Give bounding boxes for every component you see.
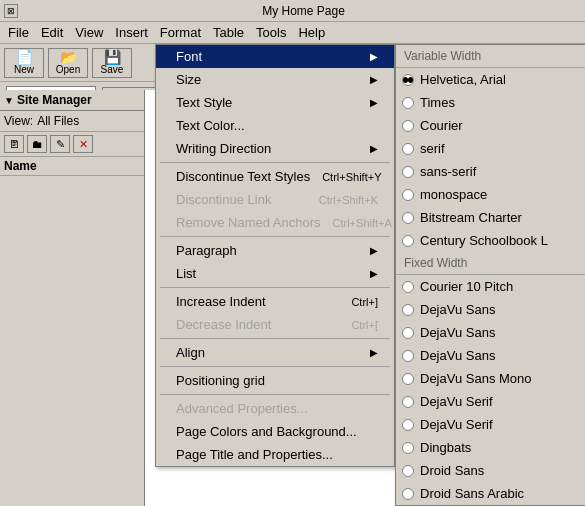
advanced-props-label: Advanced Properties... bbox=[176, 401, 308, 416]
font-dejavu-sans-2-label: DejaVu Sans bbox=[420, 325, 495, 340]
menu-tools[interactable]: Tools bbox=[250, 23, 292, 42]
font-radio-courier bbox=[402, 120, 414, 132]
format-disc-link[interactable]: Discontinue Link Ctrl+Shift+K bbox=[156, 188, 394, 211]
font-radio-dejavu-serif2 bbox=[402, 419, 414, 431]
font-bitstream[interactable]: Bitstream Charter bbox=[396, 206, 585, 229]
site-manager-panel: ▼ Site Manager View: All Files 🖹 🖿 ✎ ✕ N… bbox=[0, 90, 145, 506]
separator-5 bbox=[160, 366, 390, 367]
font-dejavu-sans-mono[interactable]: DejaVu Sans Mono bbox=[396, 367, 585, 390]
format-paragraph[interactable]: Paragraph ▶ bbox=[156, 239, 394, 262]
format-text-style[interactable]: Text Style ▶ bbox=[156, 91, 394, 114]
font-radio-serif bbox=[402, 143, 414, 155]
font-dejavu-sans-1[interactable]: DejaVu Sans bbox=[396, 298, 585, 321]
font-dingbats[interactable]: Dingbats bbox=[396, 436, 585, 459]
sm-icon-folder[interactable]: 🖿 bbox=[27, 135, 47, 153]
font-radio-droid-sans bbox=[402, 465, 414, 477]
sm-icon-edit[interactable]: ✎ bbox=[50, 135, 70, 153]
format-advanced-props[interactable]: Advanced Properties... bbox=[156, 397, 394, 420]
font-dejavu-sans-2[interactable]: DejaVu Sans bbox=[396, 321, 585, 344]
menu-bar: File Edit View Insert Format Table Tools… bbox=[0, 22, 585, 44]
font-radio-helvetica bbox=[402, 74, 414, 86]
font-monospace[interactable]: monospace bbox=[396, 183, 585, 206]
format-remove-anchors[interactable]: Remove Named Anchors Ctrl+Shift+A bbox=[156, 211, 394, 234]
save-icon: 💾 bbox=[104, 50, 121, 64]
format-list[interactable]: List ▶ bbox=[156, 262, 394, 285]
font-radio-century bbox=[402, 235, 414, 247]
format-disc-text-styles[interactable]: Discontinue Text Styles Ctrl+Shift+Y bbox=[156, 165, 394, 188]
disc-link-shortcut: Ctrl+Shift+K bbox=[319, 194, 378, 206]
site-manager-toolbar: 🖹 🖿 ✎ ✕ bbox=[0, 132, 144, 157]
font-radio-times bbox=[402, 97, 414, 109]
font-helvetica[interactable]: Helvetica, Arial bbox=[396, 68, 585, 91]
font-arrow-icon: ▶ bbox=[370, 51, 378, 62]
site-manager-title: ▼ Site Manager bbox=[0, 90, 144, 111]
menu-table[interactable]: Table bbox=[207, 23, 250, 42]
title-bar-controls: ⊠ bbox=[4, 4, 18, 18]
font-radio-dejavu-mono bbox=[402, 373, 414, 385]
font-radio-sans-serif bbox=[402, 166, 414, 178]
font-times[interactable]: Times bbox=[396, 91, 585, 114]
open-label: Open bbox=[56, 64, 80, 75]
increase-indent-shortcut: Ctrl+] bbox=[351, 296, 378, 308]
system-menu-btn[interactable]: ⊠ bbox=[4, 4, 18, 18]
font-submenu[interactable]: Variable Width Helvetica, Arial Times Co… bbox=[395, 44, 585, 506]
format-size-label: Size bbox=[176, 72, 201, 87]
font-droid-sans[interactable]: Droid Sans bbox=[396, 459, 585, 482]
font-serif[interactable]: serif bbox=[396, 137, 585, 160]
font-dejavu-sans-3-label: DejaVu Sans bbox=[420, 348, 495, 363]
menu-help[interactable]: Help bbox=[292, 23, 331, 42]
format-increase-indent[interactable]: Increase Indent Ctrl+] bbox=[156, 290, 394, 313]
format-page-colors[interactable]: Page Colors and Background... bbox=[156, 420, 394, 443]
font-dejavu-sans-3[interactable]: DejaVu Sans bbox=[396, 344, 585, 367]
font-courier10[interactable]: Courier 10 Pitch bbox=[396, 275, 585, 298]
font-radio-dejavu-serif1 bbox=[402, 396, 414, 408]
increase-indent-label: Increase Indent bbox=[176, 294, 266, 309]
menu-format[interactable]: Format bbox=[154, 23, 207, 42]
font-dejavu-serif-2[interactable]: DejaVu Serif bbox=[396, 413, 585, 436]
sm-icon-new[interactable]: 🖹 bbox=[4, 135, 24, 153]
format-menu[interactable]: Font ▶ Size ▶ Text Style ▶ Text Color...… bbox=[155, 44, 395, 467]
font-dejavu-sans-mono-label: DejaVu Sans Mono bbox=[420, 371, 532, 386]
disc-text-shortcut: Ctrl+Shift+Y bbox=[322, 171, 381, 183]
open-button[interactable]: 📂 Open bbox=[48, 48, 88, 78]
all-files-label[interactable]: All Files bbox=[37, 114, 79, 128]
new-icon: 📄 bbox=[16, 50, 33, 64]
collapse-icon: ▼ bbox=[4, 95, 14, 106]
separator-6 bbox=[160, 394, 390, 395]
font-radio-monospace bbox=[402, 189, 414, 201]
format-text-color[interactable]: Text Color... bbox=[156, 114, 394, 137]
positioning-grid-label: Positioning grid bbox=[176, 373, 265, 388]
separator-1 bbox=[160, 162, 390, 163]
menu-view[interactable]: View bbox=[69, 23, 109, 42]
format-align[interactable]: Align ▶ bbox=[156, 341, 394, 364]
font-radio-dingbats bbox=[402, 442, 414, 454]
menu-file[interactable]: File bbox=[2, 23, 35, 42]
font-sans-serif[interactable]: sans-serif bbox=[396, 160, 585, 183]
separator-3 bbox=[160, 287, 390, 288]
menu-insert[interactable]: Insert bbox=[109, 23, 154, 42]
format-font[interactable]: Font ▶ bbox=[156, 45, 394, 68]
font-droid-sans-arabic[interactable]: Droid Sans Arabic bbox=[396, 482, 585, 505]
format-writing-direction[interactable]: Writing Direction ▶ bbox=[156, 137, 394, 160]
open-icon: 📂 bbox=[60, 50, 77, 64]
font-century[interactable]: Century Schoolbook L bbox=[396, 229, 585, 252]
paragraph-label: Paragraph bbox=[176, 243, 237, 258]
menu-edit[interactable]: Edit bbox=[35, 23, 69, 42]
save-button[interactable]: 💾 Save bbox=[92, 48, 132, 78]
format-size[interactable]: Size ▶ bbox=[156, 68, 394, 91]
font-droid-sans-arabic-label: Droid Sans Arabic bbox=[420, 486, 524, 501]
font-radio-dejavu1 bbox=[402, 304, 414, 316]
window-title: My Home Page bbox=[26, 4, 581, 18]
format-decrease-indent[interactable]: Decrease Indent Ctrl+[ bbox=[156, 313, 394, 336]
format-text-color-label: Text Color... bbox=[176, 118, 245, 133]
format-positioning-grid[interactable]: Positioning grid bbox=[156, 369, 394, 392]
save-label: Save bbox=[101, 64, 124, 75]
format-page-title[interactable]: Page Title and Properties... bbox=[156, 443, 394, 466]
site-manager-label: Site Manager bbox=[17, 93, 92, 107]
font-dejavu-serif-1[interactable]: DejaVu Serif bbox=[396, 390, 585, 413]
new-button[interactable]: 📄 New bbox=[4, 48, 44, 78]
sm-icon-delete[interactable]: ✕ bbox=[73, 135, 93, 153]
font-courier[interactable]: Courier bbox=[396, 114, 585, 137]
font-dingbats-label: Dingbats bbox=[420, 440, 471, 455]
page-title-label: Page Title and Properties... bbox=[176, 447, 333, 462]
